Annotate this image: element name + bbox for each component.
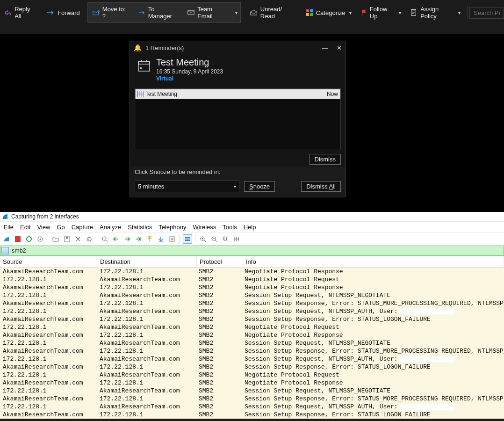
packet-row[interactable]: 172.22.128.1AkamaiResearchTeam.comSMB2Se… [0,339,504,347]
snooze-duration-select[interactable]: 5 minutes ▾ [135,180,239,192]
autoscroll-icon [169,236,175,242]
packet-row[interactable]: AkamaiResearchTeam.com172.22.128.1SMB2Se… [0,315,504,323]
chevron-down-icon: ▾ [458,10,461,15]
packet-row[interactable]: 172.22.128.1AkamaiResearchTeam.comSMB2Ne… [0,371,504,379]
packet-row[interactable]: 172.22.128.1AkamaiResearchTeam.comSMB2Se… [0,291,504,299]
menu-statistics[interactable]: Statistics [128,224,152,231]
menu-tools[interactable]: Tools [223,224,237,231]
packet-row[interactable]: AkamaiResearchTeam.com172.22.128.1SMB2Ne… [0,268,504,276]
reminder-list[interactable]: Test Meeting Now [135,88,341,150]
reminder-item-due: Now [327,91,338,97]
filter-bookmark-icon[interactable] [1,247,9,254]
reply-all-label: Reply All [14,6,37,20]
redacted-user [399,404,455,410]
dismiss-all-button[interactable]: Dismiss All [301,181,341,192]
packet-row[interactable]: 172.22.128.1AkamaiResearchTeam.comSMB2Se… [0,387,504,395]
col-destination[interactable]: Destination [97,256,197,267]
move-to-button[interactable]: Move to: ? [88,3,134,22]
stop-capture-button[interactable] [13,234,22,244]
menu-capture[interactable]: Capture [72,224,93,231]
go-first-button[interactable] [145,234,154,244]
reminder-footer: 5 minutes ▾ Snooze Dismiss All [130,177,346,197]
resize-columns-icon [233,236,240,242]
col-source[interactable]: Source [0,256,97,267]
packet-row[interactable]: AkamaiResearchTeam.com172.22.128.1SMB2Ne… [0,331,504,339]
restart-capture-button[interactable] [24,234,34,244]
reminder-titlebar[interactable]: 🔔 1 Reminder(s) — ✕ [130,41,346,54]
packet-row[interactable]: 172.22.128.1AkamaiResearchTeam.comSMB2Ne… [0,323,504,331]
unread-read-button[interactable]: Unread/ Read [245,3,301,22]
menu-edit[interactable]: Edit [20,224,30,231]
resize-columns-button[interactable] [232,234,241,244]
forward-button[interactable]: Forward [42,7,85,19]
chevron-down-icon: ▾ [234,184,236,189]
menu-help[interactable]: Help [244,224,256,231]
wireshark-menubar[interactable]: FileEditViewGoCaptureAnalyzeStatisticsTe… [0,222,504,232]
packet-row[interactable]: 172.22.128.1AkamaiResearchTeam.comSMB2Se… [0,355,504,363]
packet-list-header[interactable]: Source Destination Protocol Info [0,256,504,268]
to-manager-button[interactable]: To Manager [134,3,183,22]
team-email-button[interactable]: Team Email [183,3,232,22]
find-packet-button[interactable] [100,234,109,244]
reminder-location[interactable]: Virtual [156,75,223,82]
close-button[interactable]: ✕ [337,44,342,51]
quick-steps-dropdown[interactable]: ▾ [232,6,240,20]
packet-row[interactable]: 172.22.128.1AkamaiResearchTeam.comSMB2Se… [0,403,504,411]
packet-row[interactable]: AkamaiResearchTeam.com172.22.128.1SMB2Se… [0,299,504,307]
snooze-button[interactable]: Snooze [244,181,275,192]
packet-row[interactable]: AkamaiResearchTeam.com172.22.128.1SMB2Ne… [0,283,504,291]
svg-rect-3 [310,9,313,12]
colorize-icon [184,236,191,242]
packet-row[interactable]: AkamaiResearchTeam.com172.22.128.1SMB2Se… [0,395,504,403]
packet-row[interactable]: AkamaiResearchTeam.com172.22.128.1SMB2Ne… [0,379,504,387]
snooze-label: Click Snooze to be reminded in: [130,167,346,177]
reminder-window-title: 1 Reminder(s) [145,44,184,51]
save-button[interactable] [62,234,72,244]
assign-policy-button[interactable]: Assign Policy ▾ [406,3,465,22]
auto-scroll-button[interactable] [167,234,177,244]
packet-list[interactable]: AkamaiResearchTeam.com172.22.128.1SMB2Ne… [0,268,504,419]
open-file-button[interactable] [51,234,60,244]
menu-view[interactable]: View [37,224,50,231]
follow-up-button[interactable]: Follow Up ▾ [356,3,406,22]
svg-rect-4 [306,13,309,16]
packet-row[interactable]: 172.22.128.1AkamaiResearchTeam.comSMB2Ne… [0,276,504,283]
minimize-button[interactable]: — [322,44,328,51]
stop-icon [15,236,21,242]
reply-all-button[interactable]: Reply All [0,3,42,22]
team-email-label: Team Email [197,6,227,20]
display-filter-input[interactable] [11,247,502,254]
zoom-reset-button[interactable]: 1 [221,234,230,244]
col-info[interactable]: Info [243,256,504,267]
menu-analyze[interactable]: Analyze [100,224,121,231]
go-back-button[interactable] [111,234,121,244]
start-capture-button[interactable] [2,234,11,244]
menu-go[interactable]: Go [57,224,65,231]
redacted-user [399,308,455,314]
reply-all-icon [5,9,12,16]
quick-steps-group: Move to: ? To Manager Team Email ▾ [87,2,241,23]
menu-file[interactable]: File [4,224,14,231]
go-last-button[interactable] [156,234,166,244]
col-protocol[interactable]: Protocol [197,256,243,267]
go-forward-button[interactable] [122,234,132,244]
colorize-button[interactable] [183,234,192,244]
packet-row[interactable]: AkamaiResearchTeam.com172.22.128.1SMB2Se… [0,347,504,355]
capture-options-button[interactable] [36,234,45,244]
menu-telephony[interactable]: Telephony [158,224,186,231]
categorize-button[interactable]: Categorize ▾ [301,6,356,19]
bell-icon: 🔔 [134,44,142,51]
menu-wireless[interactable]: Wireless [193,224,216,231]
reload-button[interactable] [85,234,94,244]
search-input[interactable] [469,7,504,19]
zoom-in-button[interactable] [198,234,208,244]
zoom-out-button[interactable] [209,234,219,244]
packet-row[interactable]: 172.22.128.1AkamaiResearchTeam.comSMB2Se… [0,307,504,315]
packet-row[interactable]: AkamaiResearchTeam.com172.22.128.1SMB2Se… [0,411,504,419]
dismiss-button[interactable]: Dismiss [310,154,341,165]
go-to-packet-button[interactable] [134,234,143,244]
reminder-dialog: 🔔 1 Reminder(s) — ✕ Test Meeting 16:35 S… [130,41,346,197]
packet-row[interactable]: AkamaiResearchTeam.com172.22.128.1SMB2Se… [0,363,504,371]
reminder-list-item[interactable]: Test Meeting Now [135,89,340,99]
close-file-button[interactable] [73,234,83,244]
